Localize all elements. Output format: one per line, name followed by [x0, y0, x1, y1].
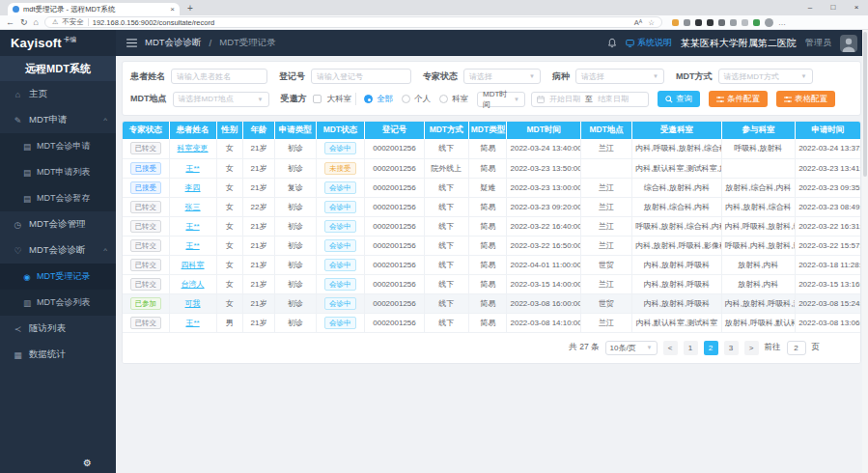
extension-icon[interactable]	[753, 19, 760, 26]
cell-mdt-type: 简易	[468, 216, 507, 236]
prev-page-button[interactable]: <	[663, 341, 678, 355]
system-help-link[interactable]: 系统说明	[626, 37, 672, 49]
url-bar[interactable]: ⚠ 不安全 192.168.0.156:9002/consultate/reco…	[44, 16, 662, 28]
total-count: 共 27 条	[569, 342, 599, 353]
table-header-row: 专家状态 患者姓名 性别 年龄 申请类型 MDT状态 登记号 MDT方式 MDT…	[123, 122, 860, 139]
records-table: 专家状态 患者姓名 性别 年龄 申请类型 MDT状态 登记号 MDT方式 MDT…	[123, 122, 860, 333]
extension-icon[interactable]	[718, 19, 725, 26]
window-close-button[interactable]: ×	[845, 0, 868, 14]
extension-icon[interactable]	[695, 19, 702, 26]
cell-mdt-type: 简易	[468, 255, 507, 274]
cell-joined: 内科,放射科,呼吸科,测试科室	[721, 293, 795, 313]
patient-name-link[interactable]: 李四	[185, 183, 201, 192]
window-minimize-button[interactable]: –	[798, 0, 822, 14]
browser-tab[interactable]: mdt受理记录 - 远程MDT系统 ×	[8, 3, 180, 15]
disease-select[interactable]: 请选择▼	[575, 69, 664, 84]
sidebar-item-mdt-consult-list[interactable]: ▥ MDT会诊列表	[0, 290, 116, 316]
cell-mdt-time: 2022-03-22 16:50:00	[507, 236, 580, 255]
radio-label: 科室	[452, 94, 468, 105]
cell-apply-type: 初诊	[274, 236, 316, 255]
search-button[interactable]: 查询	[658, 91, 700, 107]
patient-name-link[interactable]: 四科室	[182, 261, 205, 269]
sidebar-item-mdt-manage[interactable]: ◷ MDT会诊管理	[0, 211, 116, 237]
cell-name: 王**	[169, 158, 216, 178]
column-header-invited-depts: 受邀科室	[632, 122, 721, 139]
home-icon[interactable]: ⌂	[34, 18, 39, 27]
cell-joined: 内科,呼吸科,放射科,综合科	[721, 216, 795, 236]
patient-name-link[interactable]: 科室变更	[178, 144, 209, 153]
time-field-select[interactable]: MDT时间▼	[477, 92, 525, 107]
patient-name-link[interactable]: 王**	[185, 164, 199, 173]
date-range-picker[interactable]: 开始日期 至 结束日期	[531, 92, 649, 107]
patient-name-link[interactable]: 王**	[185, 241, 199, 250]
extension-icon[interactable]	[684, 19, 690, 26]
condition-config-button[interactable]: 条件配置	[709, 91, 768, 107]
patient-name-link[interactable]: 可我	[185, 299, 201, 308]
cell-mdt-type: 简易	[468, 274, 507, 293]
sidebar-item-mdt-apply-list[interactable]: ▤ MDT申请列表	[0, 159, 116, 185]
column-header-age: 年龄	[243, 122, 275, 139]
expert-status-select[interactable]: 请选择▼	[463, 69, 541, 84]
cell-expert-status: 已接受	[123, 158, 169, 178]
table-config-button[interactable]: 表格配置	[776, 91, 835, 107]
page-button-1[interactable]: 1	[684, 341, 698, 355]
refresh-icon[interactable]: ↻	[20, 18, 28, 27]
cell-mdt-mode: 线下	[424, 178, 468, 197]
extension-icon[interactable]	[672, 19, 679, 26]
bell-icon[interactable]	[607, 38, 617, 48]
cell-age: 21岁	[243, 139, 275, 158]
sidebar-item-statistics[interactable]: ▦ 数据统计	[0, 342, 116, 368]
patient-name-link[interactable]: 王**	[185, 222, 199, 231]
browser-menu-icon[interactable]: …	[778, 18, 786, 27]
cell-mdt-time: 2022-03-08 16:00:00	[507, 293, 580, 313]
mdt-place-select[interactable]: 请选择MDT地点▼	[173, 92, 269, 107]
window-maximize-button[interactable]: □	[822, 0, 845, 14]
new-tab-button[interactable]: +	[187, 4, 193, 14]
tab-title: mdt受理记录 - 远程MDT系统	[23, 5, 166, 14]
mdt-mode-select[interactable]: 请选择MDT方式▼	[718, 69, 813, 84]
expert-status-badge: 已转交	[130, 220, 162, 233]
cell-apply-time: 2022-03-08 15:24:58	[796, 293, 860, 313]
cell-apply-type: 初诊	[274, 274, 316, 293]
favorite-star-icon[interactable]: ☆	[648, 18, 655, 27]
patient-name-link[interactable]: 台湾人	[182, 280, 205, 289]
sidebar-item-label: 随访列表	[29, 322, 66, 335]
cell-expert-status: 已转交	[123, 197, 169, 216]
mdt-status-badge: 会诊中	[324, 259, 356, 271]
cell-mdt-mode: 线下	[424, 255, 468, 274]
page-size-select[interactable]: 10条/页▼	[605, 341, 658, 355]
disease-label: 病种	[552, 70, 570, 83]
end-date-placeholder: 结束日期	[598, 94, 629, 104]
radio-department[interactable]: 科室	[439, 94, 468, 105]
extension-icon[interactable]	[707, 19, 714, 26]
cell-reg-no: 0002001256	[365, 139, 425, 158]
patient-name-input[interactable]	[171, 69, 267, 84]
tab-close-icon[interactable]: ×	[170, 5, 175, 14]
patient-name-link[interactable]: 王**	[185, 319, 199, 327]
browser-profile-avatar[interactable]	[765, 18, 773, 27]
sidebar-item-mdt-accept-records[interactable]: ◉ MDT受理记录	[0, 264, 116, 290]
split-screen-icon[interactable]	[730, 19, 737, 26]
radio-all[interactable]: 全部	[364, 94, 393, 105]
next-page-button[interactable]: >	[744, 341, 759, 355]
collapse-menu-icon[interactable]	[126, 39, 137, 47]
read-aloud-icon[interactable]: Aᴬ	[634, 18, 642, 27]
radio-personal[interactable]: 个人	[402, 94, 431, 105]
big-dept-checkbox[interactable]	[313, 95, 322, 103]
user-avatar[interactable]	[840, 35, 857, 52]
gear-icon[interactable]: ⚙	[83, 458, 92, 468]
patient-name-link[interactable]: 张三	[185, 203, 201, 211]
goto-page-input[interactable]	[787, 341, 806, 355]
sidebar-item-mdt-consult-apply[interactable]: ▤ MDT会诊申请	[0, 133, 116, 159]
sidebar-item-home[interactable]: ⌂ 主页	[0, 81, 116, 107]
sidebar-item-followup-list[interactable]: ≺ 随访列表	[0, 316, 116, 342]
scrollbar-thumb[interactable]	[863, 32, 867, 177]
sidebar-group-mdt-apply[interactable]: ✎ MDT申请 ^	[0, 107, 116, 133]
sidebar-group-mdt-diagnosis[interactable]: ♡ MDT会诊诊断 ^	[0, 237, 116, 264]
page-button-2[interactable]: 2	[704, 341, 718, 355]
collections-icon[interactable]	[742, 19, 748, 26]
sidebar-item-mdt-consult-draft[interactable]: ▤ MDT会诊暂存	[0, 185, 116, 211]
back-icon[interactable]: ←	[6, 18, 14, 27]
page-button-3[interactable]: 3	[724, 341, 739, 355]
reg-no-input[interactable]	[311, 69, 411, 84]
